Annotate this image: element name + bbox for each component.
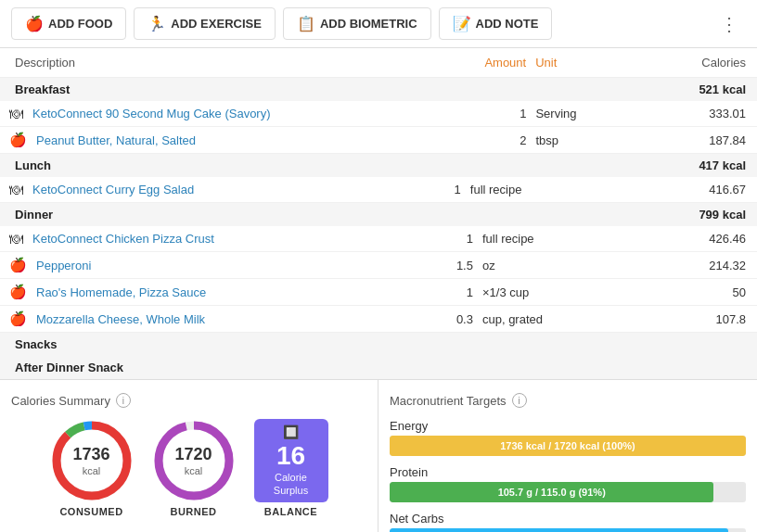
section-kcal — [632, 356, 757, 379]
balance-value: 16 — [276, 441, 305, 471]
section-header-row: Lunch417 kcal — [0, 154, 757, 177]
burned-value: 1720 kcal — [174, 445, 212, 477]
food-amount: 2 — [501, 127, 530, 154]
consumed-value: 1736 kcal — [72, 445, 109, 477]
food-calories: 333.01 — [624, 101, 757, 127]
add-biometric-label: ADD BIOMETRIC — [320, 17, 417, 31]
food-item-icon: 🍎 — [9, 284, 27, 300]
section-kcal — [540, 333, 757, 356]
food-unit: ×1/3 cup — [477, 279, 615, 306]
food-amount: 1 — [426, 226, 476, 252]
food-amount: 1 — [426, 279, 476, 306]
header-unit: Unit — [530, 48, 656, 78]
table-row[interactable]: 🍎Peanut Butter, Natural, Salted2tbsp187.… — [0, 127, 757, 154]
food-item-name: KetoConnect 90 Second Mug Cake (Savory) — [27, 107, 271, 120]
macro-row: Net Carbs19.0 g / 20.0 g (95%) — [390, 512, 746, 532]
add-exercise-button[interactable]: 🏃 ADD EXERCISE — [134, 7, 276, 40]
food-calories: 214.32 — [615, 252, 757, 279]
food-unit: oz — [477, 252, 615, 279]
balance-label: BALANCE — [264, 506, 317, 517]
add-exercise-label: ADD EXERCISE — [171, 17, 262, 31]
balance-icon: 🔲 — [283, 424, 299, 439]
section-header-row: Breakfast521 kcal — [0, 78, 757, 101]
macro-info-icon[interactable]: i — [512, 393, 527, 408]
consumed-donut: 1736 kcal — [50, 419, 134, 502]
macro-bar-fill: 19.0 g / 20.0 g (95%) — [390, 528, 728, 532]
macro-bar-fill: 1736 kcal / 1720 kcal (100%) — [390, 436, 746, 456]
section-table: Snacks — [0, 333, 757, 356]
food-unit: full recipe — [477, 226, 615, 252]
food-item-icon: 🍽 — [9, 182, 23, 197]
calories-summary-title: Calories Summary i — [11, 393, 366, 408]
food-item-name: KetoConnect Curry Egg Salad — [27, 183, 194, 196]
table-row[interactable]: 🍎Rao's Homemade, Pizza Sauce1×1/3 cup50 — [0, 279, 757, 306]
food-item-icon: 🍽 — [9, 231, 23, 247]
food-calories: 187.84 — [624, 127, 757, 154]
more-options-button[interactable]: ⋮ — [712, 9, 746, 39]
section-table: After Dinner Snack — [0, 356, 757, 379]
summary-section: Calories Summary i — [0, 379, 757, 532]
section-name: Lunch — [0, 154, 600, 177]
section-name: Dinner — [0, 203, 615, 226]
section-name: Snacks — [0, 333, 540, 356]
section-table: Lunch417 kcal🍽KetoConnect Curry Egg Sala… — [0, 154, 757, 203]
food-calories: 426.46 — [615, 226, 757, 252]
food-calories: 107.8 — [615, 306, 757, 333]
food-unit: Serving — [530, 101, 624, 127]
food-item-icon: 🍎 — [9, 310, 27, 327]
add-note-button[interactable]: 📝 ADD NOTE — [439, 7, 553, 40]
toolbar: 🍎 ADD FOOD 🏃 ADD EXERCISE 📋 ADD BIOMETRI… — [0, 0, 757, 48]
section-kcal: 521 kcal — [624, 78, 757, 101]
consumed-chart: 1736 kcal CONSUMED — [50, 419, 134, 517]
food-item-name: KetoConnect Chicken Pizza Crust — [27, 232, 214, 246]
table-row[interactable]: 🍽KetoConnect 90 Second Mug Cake (Savory)… — [0, 101, 757, 127]
add-note-label: ADD NOTE — [476, 17, 539, 31]
food-item-icon: 🍎 — [9, 132, 27, 148]
food-calories: 416.67 — [600, 177, 757, 203]
macro-bar-fill: 105.7 g / 115.0 g (91%) — [390, 482, 713, 502]
add-food-button[interactable]: 🍎 ADD FOOD — [11, 7, 126, 40]
macro-name: Energy — [390, 419, 746, 433]
section-kcal: 799 kcal — [615, 203, 757, 226]
add-biometric-button[interactable]: 📋 ADD BIOMETRIC — [283, 7, 431, 40]
section-name: After Dinner Snack — [0, 356, 632, 379]
food-item-name: Peanut Butter, Natural, Salted — [31, 133, 196, 147]
food-amount: 1 — [501, 101, 530, 127]
food-unit: cup, grated — [477, 306, 615, 333]
header-amount: Amount — [463, 48, 531, 78]
header-calories: Calories — [656, 48, 757, 78]
table-row[interactable]: 🍎Mozzarella Cheese, Whole Milk0.3cup, gr… — [0, 306, 757, 333]
add-food-label: ADD FOOD — [48, 17, 112, 31]
note-icon: 📝 — [453, 15, 471, 32]
section-name: Breakfast — [0, 78, 624, 101]
food-unit: tbsp — [530, 127, 624, 154]
macro-bar-track: 105.7 g / 115.0 g (91%) — [390, 482, 746, 502]
macro-bar-track: 1736 kcal / 1720 kcal (100%) — [390, 436, 746, 456]
section-table: Breakfast521 kcal🍽KetoConnect 90 Second … — [0, 78, 757, 154]
table-row[interactable]: 🍽KetoConnect Chicken Pizza Crust1full re… — [0, 226, 757, 252]
charts-row: 1736 kcal CONSUMED 1720 — [11, 419, 366, 517]
burned-label: BURNED — [170, 506, 216, 517]
macro-name: Net Carbs — [390, 512, 746, 526]
balance-sub: CalorieSurplus — [274, 471, 308, 498]
food-amount: 0.3 — [426, 306, 476, 333]
food-item-name: Mozzarella Cheese, Whole Milk — [31, 312, 205, 326]
table-row[interactable]: 🍎Pepperoni1.5oz214.32 — [0, 252, 757, 279]
exercise-icon: 🏃 — [148, 15, 166, 32]
food-unit: full recipe — [465, 177, 600, 203]
food-item-name: Pepperoni — [31, 259, 91, 272]
consumed-label: CONSUMED — [59, 506, 122, 517]
macro-bar-track: 19.0 g / 20.0 g (95%) — [390, 528, 746, 532]
calories-info-icon[interactable]: i — [116, 393, 131, 408]
macro-name: Protein — [390, 465, 746, 479]
table-row[interactable]: 🍽KetoConnect Curry Egg Salad1full recipe… — [0, 177, 757, 203]
macro-bars: Energy1736 kcal / 1720 kcal (100%)Protei… — [390, 419, 746, 532]
macro-summary: Macronutrient Targets i Energy1736 kcal … — [378, 380, 757, 532]
food-sections: Breakfast521 kcal🍽KetoConnect 90 Second … — [0, 78, 757, 379]
food-item-icon: 🍎 — [9, 257, 27, 273]
section-table: Dinner799 kcal🍽KetoConnect Chicken Pizza… — [0, 203, 757, 333]
section-kcal: 417 kcal — [600, 154, 757, 177]
balance-box: 🔲 16 CalorieSurplus — [254, 419, 328, 502]
biometric-icon: 📋 — [297, 15, 315, 32]
food-icon: 🍎 — [25, 15, 44, 32]
